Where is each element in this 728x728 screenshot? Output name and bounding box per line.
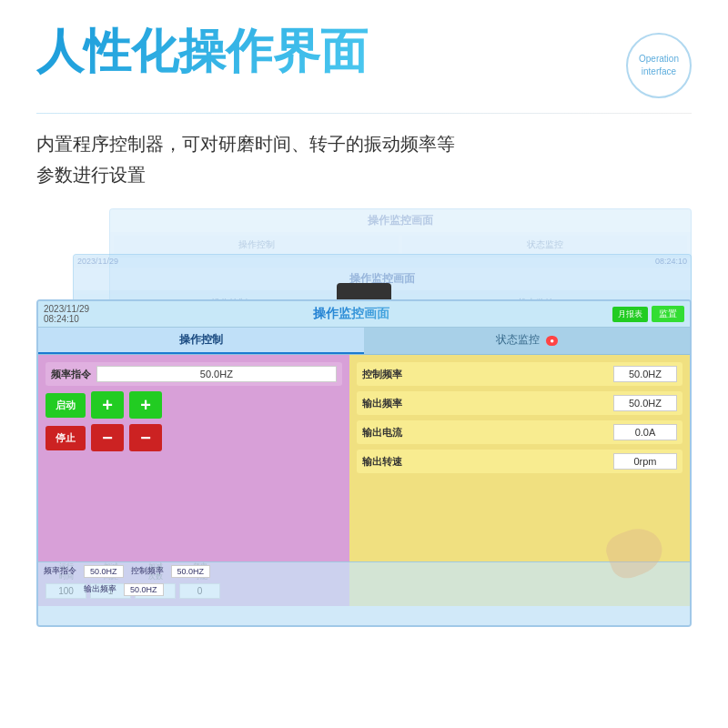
ghost1-date: 2023/11/29 <box>77 257 118 266</box>
monitor-camera-bump <box>337 283 391 299</box>
start-plus-row: 启动 + + <box>46 391 342 419</box>
mini-bottom-strip: 频率指令 50.0HZ 控制频率 50.0HZ 输出频率 50.0HZ <box>38 561 690 625</box>
screen-stack: 操作监控画面 操作控制 状态监控 2023/11/29 08:24:10 操作监… <box>36 208 692 627</box>
monthly-report-button[interactable]: 月报表 <box>612 307 648 322</box>
plus-button-2[interactable]: + <box>129 391 162 419</box>
ghost1-time: 08:24:10 <box>655 257 687 266</box>
stop-button[interactable]: 停止 <box>46 426 86 450</box>
freq-command-value: 50.0HZ <box>96 366 337 382</box>
tab-operation[interactable]: 操作控制 <box>38 328 364 354</box>
mini-row-2: 输出频率 50.0HZ <box>38 581 690 599</box>
output-rpm-label: 输出转速 <box>362 455 608 469</box>
control-freq-row: 控制频率 50.0HZ <box>357 362 682 386</box>
tab-status[interactable]: 状态监控 ● <box>364 328 690 354</box>
minus-button-1[interactable]: − <box>91 424 124 451</box>
ghost2-title: 操作监控画面 <box>110 209 691 232</box>
main-title: 人性化操作界面 <box>36 25 368 77</box>
screen-datetime: 2023/11/29 08:24:10 <box>44 304 89 324</box>
control-freq-value: 50.0HZ <box>613 366 677 382</box>
control-freq-label: 控制频率 <box>362 368 608 381</box>
output-freq-value: 50.0HZ <box>613 395 677 411</box>
ghost2-tab2: 状态监控 <box>402 236 687 254</box>
operation-label-line1: Operation <box>639 53 679 66</box>
subtitle: 内置程序控制器，可对研磨时间、转子的振动频率等 参数进行设置 <box>0 128 728 190</box>
output-rpm-value: 0rpm <box>613 453 677 470</box>
subtitle-line2: 参数进行设置 <box>36 159 692 190</box>
plus-button-1[interactable]: + <box>91 391 124 419</box>
main-screen: 2023/11/29 08:24:10 操作监控画面 月报表 监置 操作控制 状… <box>36 299 692 627</box>
output-current-label: 输出电流 <box>362 426 608 440</box>
stop-minus-row: 停止 − − <box>46 424 342 451</box>
screen-header-bar: 2023/11/29 08:24:10 操作监控画面 月报表 监置 <box>38 301 690 328</box>
operation-badge: Operation interface <box>626 33 692 98</box>
freq-command-label: 频率指令 <box>51 368 91 381</box>
minus-button-2[interactable]: − <box>129 424 162 451</box>
operation-label-line2: interface <box>642 66 676 78</box>
output-current-value: 0.0A <box>613 424 677 440</box>
ghost2-tab1: 操作控制 <box>114 236 399 254</box>
header-section: 人性化操作界面 Operation interface <box>0 0 728 98</box>
screen-title: 操作监控画面 <box>313 307 389 320</box>
status-badge: ● <box>546 336 558 346</box>
monitor-button[interactable]: 监置 <box>652 306 684 322</box>
output-current-row: 输出电流 0.0A <box>357 420 682 444</box>
output-freq-label: 输出频率 <box>362 397 608 410</box>
output-freq-row: 输出频率 50.0HZ <box>357 391 682 415</box>
header-divider <box>36 113 692 114</box>
tabs-row: 操作控制 状态监控 ● <box>38 328 690 355</box>
operation-circle: Operation interface <box>626 33 692 98</box>
freq-command-row: 频率指令 50.0HZ <box>46 362 342 386</box>
start-button[interactable]: 启动 <box>46 393 86 418</box>
mini-row-1: 频率指令 50.0HZ 控制频率 50.0HZ <box>38 562 690 581</box>
screen-top-buttons: 月报表 监置 <box>612 306 684 322</box>
output-rpm-row: 输出转速 0rpm <box>357 450 682 473</box>
subtitle-line1: 内置程序控制器，可对研磨时间、转子的振动频率等 <box>36 128 692 159</box>
